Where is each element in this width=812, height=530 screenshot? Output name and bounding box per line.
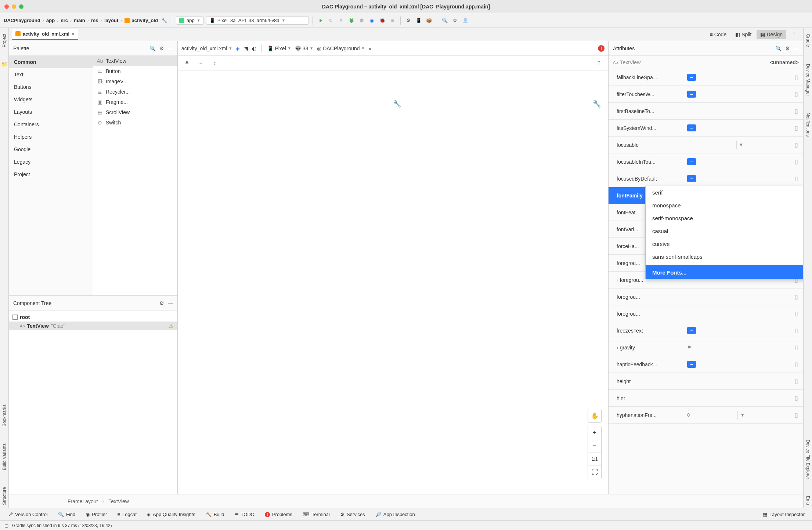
close-tab-button[interactable]: ×	[72, 31, 75, 37]
breadcrumb-item[interactable]: src	[61, 18, 68, 23]
toggle-visibility-button[interactable]: 👁	[183, 59, 191, 67]
bool-indicator[interactable]: −	[687, 158, 696, 165]
palette-widget-item[interactable]: ≣Recycler...	[93, 87, 177, 97]
device-dropdown[interactable]: 📱 Pixel ▼	[267, 46, 291, 51]
file-tab[interactable]: activity_old_xml.xml ×	[12, 29, 78, 40]
search-icon[interactable]: 🔍	[149, 46, 156, 51]
attribute-value[interactable]: ▯	[685, 310, 800, 317]
attribute-row[interactable]: firstBaselineTo...▯	[609, 103, 803, 120]
error-icon[interactable]: !	[598, 45, 605, 52]
tree-root[interactable]: root	[9, 313, 177, 322]
palette-widget-item[interactable]: ▭Button	[93, 66, 177, 76]
minimize-window-button[interactable]	[12, 4, 16, 9]
resource-picker-icon[interactable]: ▯	[795, 175, 798, 182]
palette-widget-item[interactable]: ▣Fragme...	[93, 97, 177, 107]
stop-button[interactable]: ■	[389, 17, 397, 25]
rail-bookmarks[interactable]: Bookmarks	[2, 402, 7, 429]
terminal-tab[interactable]: ⌨ Terminal	[303, 512, 330, 517]
rerun-button[interactable]: ↻	[327, 17, 335, 25]
avd-manager-button[interactable]: ⚙	[404, 17, 412, 25]
breadcrumb[interactable]: DACPlayground› app› src› main› res› layo…	[4, 18, 158, 23]
profiler-tab[interactable]: ◉ Profiler	[86, 512, 107, 517]
rail-device-file-explorer[interactable]: Device File Explorer	[805, 437, 811, 482]
font-option[interactable]: sans-serif-smallcaps	[646, 250, 803, 263]
minimize-panel-button[interactable]: —	[168, 46, 173, 51]
zoom-fit-button[interactable]: ⛶	[588, 466, 601, 479]
build-icon[interactable]	[160, 17, 168, 25]
rail-project[interactable]: Project	[2, 31, 7, 50]
attribute-value[interactable]: −▯	[685, 74, 800, 81]
search-everywhere-button[interactable]: 🔍	[441, 17, 449, 25]
palette-category-item[interactable]: Common	[9, 56, 93, 68]
palette-category-item[interactable]: Containers	[9, 118, 93, 131]
attribute-row[interactable]: fitsSystemWind...−▯	[609, 120, 803, 137]
attribute-value[interactable]: −▯	[685, 91, 800, 98]
font-option[interactable]: More Fonts...	[646, 265, 803, 279]
zoom-in-button[interactable]: +	[588, 426, 601, 439]
minimize-panel-button[interactable]: —	[794, 46, 799, 51]
debug-button[interactable]	[347, 17, 356, 25]
warning-icon[interactable]: ⚠	[169, 323, 174, 329]
surface-button[interactable]: ◈	[236, 46, 240, 51]
bool-indicator[interactable]: −	[687, 361, 696, 368]
attribute-row[interactable]: fallbackLineSpa...−▯	[609, 69, 803, 86]
attribute-row[interactable]: focusable▼▯	[609, 137, 803, 153]
find-tab[interactable]: 🔍 Find	[58, 512, 75, 517]
breadcrumb-item[interactable]: activity_old	[132, 18, 158, 23]
maximize-window-button[interactable]	[19, 4, 24, 9]
run-button[interactable]	[317, 17, 325, 25]
profile-button[interactable]: ◉	[368, 17, 376, 25]
device-combo[interactable]: 📱 Pixel_3a_API_33_arm64-v8a ▼	[206, 16, 309, 25]
resource-picker-icon[interactable]: ▯	[795, 411, 798, 418]
zoom-reset-button[interactable]: 1:1	[588, 453, 601, 466]
attribute-row[interactable]: focusableInTou...−▯	[609, 153, 803, 170]
bool-indicator[interactable]: −	[687, 175, 696, 182]
zoom-out-button[interactable]: −	[588, 439, 601, 453]
bool-indicator[interactable]: −	[687, 327, 696, 334]
palette-category-item[interactable]: Text	[9, 68, 93, 81]
app-quality-tab[interactable]: ◈ App Quality Insights	[147, 512, 195, 517]
resource-picker-icon[interactable]: ▯	[795, 158, 798, 165]
more-options-button[interactable]: ⋮	[788, 30, 800, 39]
palette-widget-item[interactable]: 🖼ImageVi...	[93, 76, 177, 87]
todo-tab[interactable]: ≣ TODO	[235, 512, 255, 517]
attribute-value[interactable]: ▯	[685, 293, 800, 300]
bool-indicator[interactable]: −	[687, 91, 696, 98]
gear-icon[interactable]: ⚙	[159, 300, 164, 306]
code-mode-button[interactable]: ≡Code	[706, 30, 730, 39]
palette-widget-item[interactable]: ⊙Switch	[93, 117, 177, 128]
resource-picker-icon[interactable]: ▯	[795, 141, 798, 148]
breadcrumb-item[interactable]: DACPlayground	[4, 18, 40, 23]
rail-device-manager[interactable]: Device Manager	[805, 61, 811, 99]
split-mode-button[interactable]: ◧Split	[732, 30, 755, 39]
palette-category-item[interactable]: Buttons	[9, 81, 93, 93]
rail-emulator[interactable]: Emu	[805, 493, 811, 508]
resource-picker-icon[interactable]: ▯	[795, 108, 798, 115]
help-icon[interactable]: ?	[595, 59, 603, 67]
rail-gradle[interactable]: Gradle	[805, 31, 811, 50]
breadcrumb-item[interactable]: main	[74, 18, 85, 23]
resource-picker-icon[interactable]: ▯	[795, 293, 798, 300]
attribute-value[interactable]: ⚑▯	[685, 344, 800, 351]
attribute-value[interactable]: ▯	[685, 378, 800, 385]
build-tab[interactable]: 🔨 Build	[206, 512, 224, 517]
palette-category-item[interactable]: Layouts	[9, 106, 93, 118]
resource-picker-icon[interactable]: ▯	[795, 124, 798, 131]
version-control-tab[interactable]: Version Control	[7, 512, 48, 517]
account-button[interactable]: 👤	[461, 17, 469, 25]
palette-category-item[interactable]: Google	[9, 143, 93, 156]
attribute-row[interactable]: filterTouchesW...−▯	[609, 86, 803, 103]
font-option[interactable]: monospace	[646, 199, 803, 212]
attribute-value[interactable]: −▯	[685, 327, 800, 334]
breadcrumb-item[interactable]: res	[91, 18, 98, 23]
attribute-row[interactable]: focusedByDefault−▯	[609, 170, 803, 187]
font-option[interactable]: serif-monospace	[646, 212, 803, 225]
resource-picker-icon[interactable]: ▯	[795, 344, 798, 351]
settings-button[interactable]: ⚙	[451, 17, 459, 25]
apply-changes-button[interactable]: ≡	[337, 17, 345, 25]
resource-picker-icon[interactable]: ▯	[795, 378, 798, 385]
gear-icon[interactable]: ⚙	[785, 46, 790, 51]
attribute-value[interactable]: −▯	[685, 361, 800, 368]
resource-picker-icon[interactable]: ▯	[795, 327, 798, 334]
rail-build-variants[interactable]: Build Variants	[2, 440, 7, 473]
